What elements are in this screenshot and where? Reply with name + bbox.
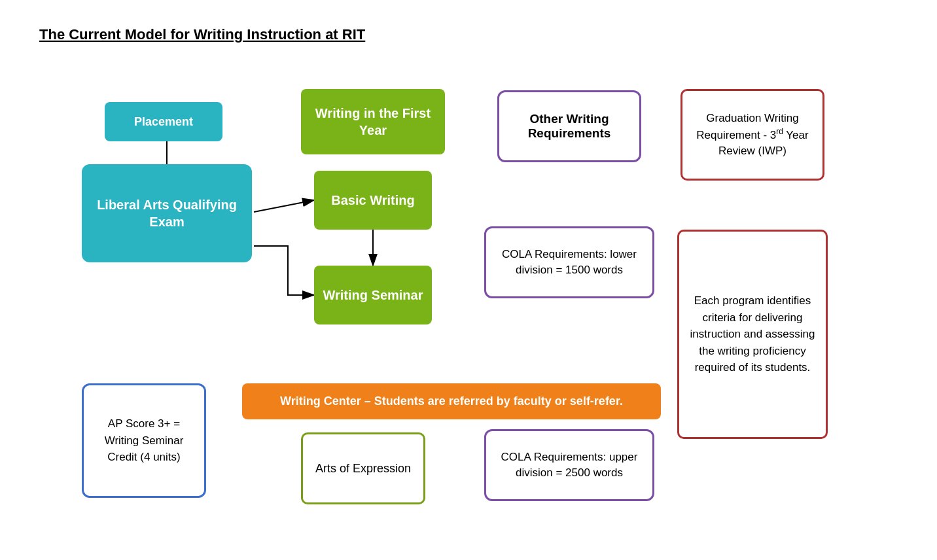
writing-seminar-label: Writing Seminar (323, 288, 423, 303)
svg-line-1 (254, 200, 314, 212)
laqe-box: Liberal Arts Qualifying Exam (82, 164, 252, 262)
diagram: Placement Liberal Arts Qualifying Exam W… (39, 63, 898, 553)
ap-score-label: AP Score 3+ = Writing Seminar Credit (4 … (90, 415, 198, 466)
other-writing-req-box: Other Writing Requirements (497, 90, 641, 162)
cola-lower-label: COLA Requirements: lower division = 1500… (493, 247, 646, 278)
laqe-label: Liberal Arts Qualifying Exam (82, 196, 252, 230)
each-program-label: Each program identifies criteria for del… (688, 292, 817, 376)
ap-score-box: AP Score 3+ = Writing Seminar Credit (4 … (82, 383, 206, 498)
gwr-box: Graduation Writing Requirement - 3rd Yea… (681, 89, 824, 181)
gwr-label: Graduation Writing Requirement - 3rd Yea… (690, 111, 815, 158)
wify-label: Writing in the First Year (301, 105, 445, 139)
arts-of-expression-label: Arts of Expression (315, 462, 411, 476)
each-program-box: Each program identifies criteria for del… (677, 230, 828, 439)
other-writing-req-label: Other Writing Requirements (499, 112, 639, 141)
basic-writing-label: Basic Writing (331, 193, 414, 208)
placement-box: Placement (105, 102, 222, 141)
cola-upper-box: COLA Requirements: upper division = 2500… (484, 429, 654, 501)
writing-center-box: Writing Center – Students are referred b… (242, 383, 661, 419)
cola-upper-label: COLA Requirements: upper division = 2500… (493, 449, 646, 481)
basic-writing-box: Basic Writing (314, 171, 432, 230)
writing-center-label: Writing Center – Students are referred b… (280, 394, 623, 408)
writing-seminar-box: Writing Seminar (314, 266, 432, 324)
wify-box: Writing in the First Year (301, 89, 445, 154)
page: The Current Model for Writing Instructio… (0, 0, 937, 560)
arts-of-expression-box: Arts of Expression (301, 432, 425, 504)
placement-label: Placement (134, 115, 193, 129)
cola-lower-box: COLA Requirements: lower division = 1500… (484, 226, 654, 298)
page-title: The Current Model for Writing Instructio… (39, 26, 898, 43)
